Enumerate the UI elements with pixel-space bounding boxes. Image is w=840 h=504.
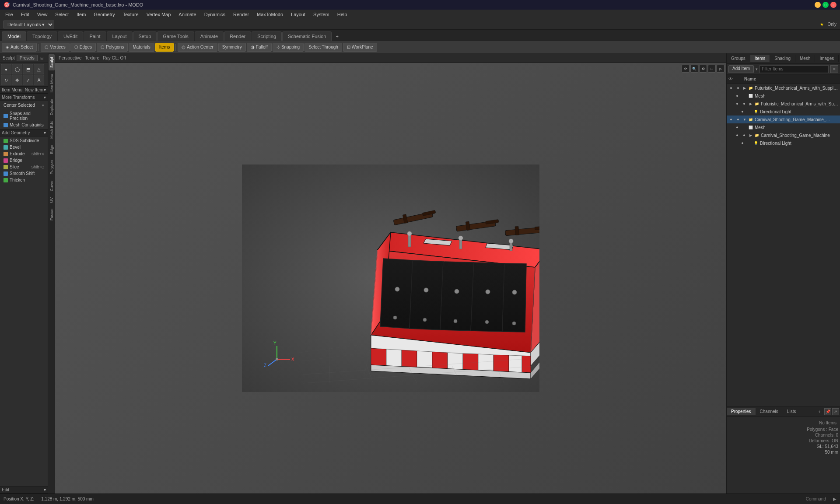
group-expand-icon[interactable]: ▼ <box>742 116 748 122</box>
add-item-button[interactable]: Add Item <box>728 65 754 73</box>
rb-expand-button[interactable]: ↗ <box>832 408 839 415</box>
right-tab-items[interactable]: Items <box>750 55 770 62</box>
tab-game-tools[interactable]: Game Tools <box>157 32 194 41</box>
tab-topology[interactable]: Topology <box>27 32 57 41</box>
vp-play-button[interactable]: ▷ <box>717 65 724 73</box>
tab-uvedit[interactable]: UvEdit <box>58 32 83 41</box>
vp-zoom-button[interactable]: 🔍 <box>690 65 698 73</box>
item-vis-toggle[interactable]: ● <box>735 84 742 91</box>
select-through-button[interactable]: Select Through <box>304 43 342 52</box>
menu-animate[interactable]: Animate <box>175 11 200 18</box>
close-button[interactable]: × <box>830 2 836 8</box>
item-vis-toggle[interactable] <box>746 108 753 115</box>
tool-pen[interactable]: A <box>34 75 44 85</box>
polygons-button[interactable]: ⬡ Polygons <box>97 43 128 52</box>
side-tab-fusion[interactable]: Fusion <box>49 206 55 223</box>
rb-tab-channels[interactable]: Channels <box>756 408 783 415</box>
status-arrow-button[interactable]: ▶ <box>833 497 836 501</box>
menu-maxtomodo[interactable]: MaxToModo <box>253 11 287 18</box>
tab-render[interactable]: Render <box>224 32 251 41</box>
maximize-button[interactable]: □ <box>822 2 829 8</box>
item-vis-toggle[interactable] <box>746 140 753 147</box>
menu-select[interactable]: Select <box>52 11 72 18</box>
sds-subdivide-button[interactable]: SDS Subdivide <box>2 137 46 144</box>
center-selected-button[interactable]: Center Selected ▾ <box>2 102 46 108</box>
tool-transform[interactable]: ✥ <box>12 75 22 85</box>
filter-items-input[interactable] <box>760 65 829 73</box>
tab-schematic-fusion[interactable]: Schematic Fusion <box>282 32 332 41</box>
snapping-button[interactable]: ⊹ Snapping <box>273 43 304 52</box>
tool-sphere[interactable]: ◯ <box>12 64 22 74</box>
side-tab-duplicate[interactable]: Duplicate <box>49 96 55 118</box>
rb-tab-lists[interactable]: Lists <box>783 408 801 415</box>
minimize-button[interactable]: − <box>815 2 821 8</box>
menu-view[interactable]: View <box>34 11 51 18</box>
falloff-button[interactable]: ◑ Falloff <box>247 43 272 52</box>
list-item[interactable]: ● ● ▶ 📁 Carnival_Shooting_Game_Machine <box>727 131 840 139</box>
rb-pin-button[interactable]: 📌 <box>824 408 831 415</box>
only-button[interactable]: Only <box>827 22 836 27</box>
bevel-button[interactable]: Bevel <box>2 144 46 150</box>
menu-help[interactable]: Help <box>334 11 351 18</box>
list-item[interactable]: ● ⬜ Mesh <box>727 123 840 131</box>
side-tab-edge[interactable]: Edge <box>49 142 55 157</box>
add-geometry-header[interactable]: Add Geometry ▾ <box>0 129 48 136</box>
group-expand-icon[interactable]: ▶ <box>748 101 754 107</box>
materials-button[interactable]: Materials <box>129 43 154 52</box>
slice-button[interactable]: Slice Shift+C <box>2 164 46 170</box>
right-tab-groups[interactable]: Groups <box>727 55 750 62</box>
group-expand-icon[interactable]: ▶ <box>742 85 748 91</box>
menu-geometry[interactable]: Geometry <box>90 11 118 18</box>
item-vis-toggle[interactable]: ● <box>741 100 748 107</box>
viewport-canvas[interactable]: ⟳ 🔍 ⚙ □ ▷ <box>55 63 726 494</box>
list-item[interactable]: ● ● ▶ 📁 Futuristic_Mechanical_Arms_with_… <box>727 84 840 92</box>
vp-reset-button[interactable]: ⟳ <box>682 65 690 73</box>
menu-layout[interactable]: Layout <box>287 11 309 18</box>
item-eye-toggle[interactable]: ● <box>734 92 741 99</box>
side-tab-curve[interactable]: Curve <box>49 178 55 194</box>
side-tab-item-menu[interactable]: Item Menu <box>49 71 55 95</box>
side-tab-sculpt[interactable]: Sculpt <box>49 54 55 70</box>
symmetry-button[interactable]: Symmetry <box>218 43 246 52</box>
side-tab-polygon[interactable]: Polygon <box>49 158 55 177</box>
menu-edit[interactable]: Edit <box>18 11 33 18</box>
add-tab-button[interactable]: + <box>332 32 342 41</box>
menu-system[interactable]: System <box>310 11 333 18</box>
tab-scripting[interactable]: Scripting <box>252 32 282 41</box>
tool-arrow[interactable]: △ <box>34 64 44 74</box>
item-eye-toggle[interactable]: ● <box>728 84 735 91</box>
tab-layout[interactable]: Layout <box>107 32 133 41</box>
rb-add-tab[interactable]: + <box>816 408 823 416</box>
list-item[interactable]: ● 💡 Directional Light <box>727 139 840 147</box>
bridge-button[interactable]: Bridge <box>2 157 46 164</box>
rb-tab-properties[interactable]: Properties <box>727 408 756 415</box>
item-eye-toggle[interactable]: ● <box>734 100 741 107</box>
menu-vertex-map[interactable]: Vertex Map <box>143 11 175 18</box>
item-menu-header[interactable]: Item Menu: New Item ▾ <box>0 86 48 94</box>
menu-dynamics[interactable]: Dynamics <box>201 11 229 18</box>
vertices-button[interactable]: ⬡ Vertices <box>41 43 70 52</box>
item-vis-toggle[interactable]: ● <box>735 116 742 123</box>
tool-rotate[interactable]: ↻ <box>1 75 11 85</box>
more-transforms-header[interactable]: More Transforms ▾ <box>0 94 48 101</box>
list-item[interactable]: ● ● ▶ 📁 Futuristic_Mechanical_Arms_with_… <box>727 100 840 108</box>
auto-select-button[interactable]: ◈ Auto Select <box>2 43 37 52</box>
vp-fullscreen-button[interactable]: □ <box>708 65 716 73</box>
menu-texture[interactable]: Texture <box>119 11 142 18</box>
work-plane-button[interactable]: ⊡ WorkPlane <box>343 43 377 52</box>
tool-circle[interactable]: ● <box>1 64 11 74</box>
item-eye-toggle[interactable]: ● <box>739 140 746 147</box>
tool-scale[interactable]: ⤢ <box>23 75 33 85</box>
item-eye-toggle[interactable]: ● <box>734 124 741 131</box>
tool-cylinder[interactable]: ⬒ <box>23 64 33 74</box>
tab-paint[interactable]: Paint <box>84 32 106 41</box>
right-tab-images[interactable]: Images <box>815 55 839 62</box>
right-tab-mesh[interactable]: Mesh <box>795 55 815 62</box>
items-gear-button[interactable]: ≡ <box>830 65 838 73</box>
layout-select[interactable]: Default Layouts ▾ <box>4 21 54 28</box>
list-item[interactable]: ● ⬜ Mesh <box>727 92 840 100</box>
tab-setup[interactable]: Setup <box>133 32 157 41</box>
presets-button[interactable]: Presets <box>17 55 38 61</box>
menu-file[interactable]: File <box>2 11 17 18</box>
menu-item[interactable]: Item <box>73 11 89 18</box>
